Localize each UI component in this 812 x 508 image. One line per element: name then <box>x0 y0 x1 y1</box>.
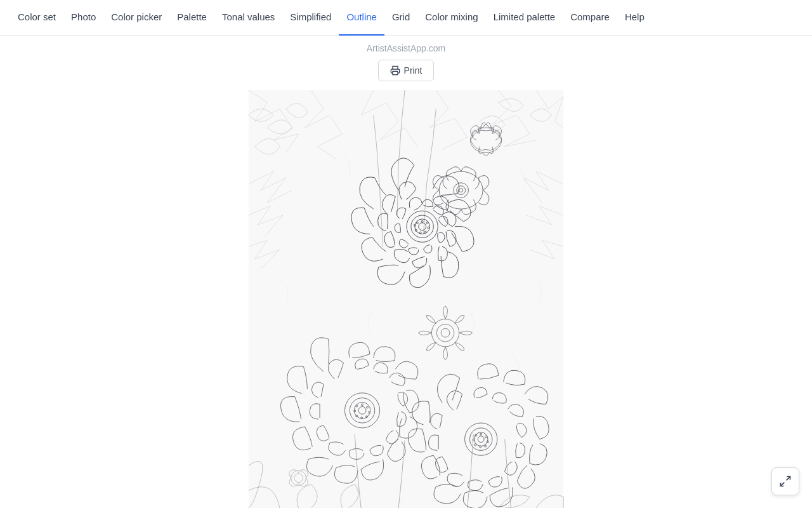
print-icon <box>390 65 400 76</box>
nav-item-simplified[interactable]: Simplified <box>282 0 339 36</box>
site-url: ArtistAssistApp.com <box>367 43 445 53</box>
nav-item-help[interactable]: Help <box>617 0 652 36</box>
nav-item-photo[interactable]: Photo <box>63 0 103 36</box>
nav-item-color-set[interactable]: Color set <box>10 0 63 36</box>
nav-item-grid[interactable]: Grid <box>384 0 417 36</box>
nav-item-color-picker[interactable]: Color picker <box>103 0 169 36</box>
nav-item-palette[interactable]: Palette <box>169 0 214 36</box>
nav-item-tonal-values[interactable]: Tonal values <box>214 0 282 36</box>
svg-line-48 <box>787 477 790 481</box>
nav-item-limited-palette[interactable]: Limited palette <box>486 0 563 36</box>
print-button[interactable]: Print <box>378 60 435 81</box>
nav-item-compare[interactable]: Compare <box>563 0 617 36</box>
outline-svg <box>246 90 566 508</box>
main-content: ArtistAssistApp.com Print <box>0 36 812 508</box>
svg-rect-0 <box>393 71 398 74</box>
fullscreen-icon <box>779 475 792 488</box>
fullscreen-button[interactable] <box>771 467 799 495</box>
svg-line-49 <box>781 483 785 486</box>
navigation: Color setPhotoColor pickerPaletteTonal v… <box>0 0 812 36</box>
nav-item-color-mixing[interactable]: Color mixing <box>417 0 485 36</box>
print-label: Print <box>404 65 422 76</box>
svg-rect-1 <box>249 90 563 508</box>
nav-item-outline[interactable]: Outline <box>339 0 384 36</box>
outline-image <box>246 90 566 508</box>
